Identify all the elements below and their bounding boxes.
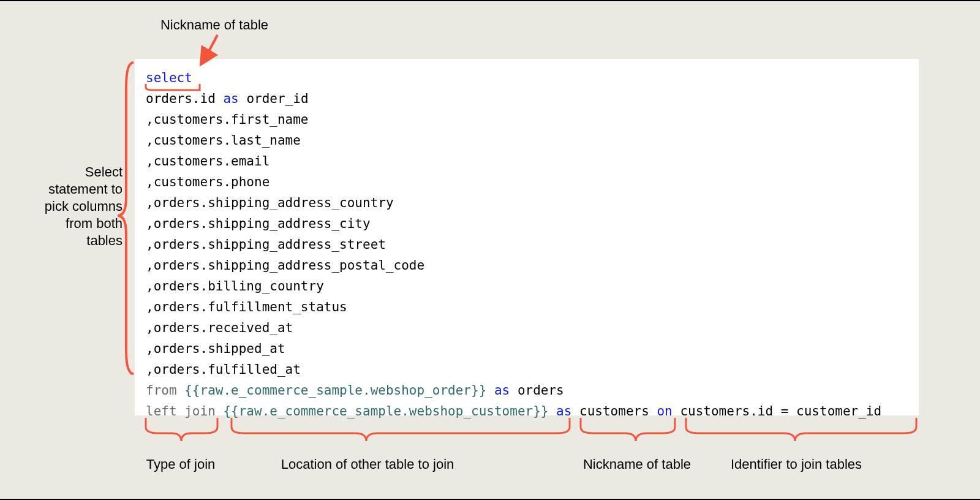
code-line-2b: order_id (239, 91, 309, 106)
code-line-3: ,customers.first_name (146, 112, 309, 127)
sql-code-block: select orders.id as order_id ,customers.… (135, 59, 919, 415)
kw-on: on (657, 404, 672, 419)
code-line-7: ,orders.shipping_address_country (146, 195, 394, 210)
alias-orders: orders (510, 383, 564, 398)
ref-orders-table: {{raw.e_commerce_sample.webshop_order}} (177, 383, 494, 398)
kw-as-1: as (223, 91, 238, 106)
annotation-location-table: Location of other table to join (245, 456, 490, 473)
code-line-5: ,customers.email (146, 154, 270, 169)
annotation-nickname-bottom: Nickname of table (576, 456, 698, 473)
alias-customers: customers (571, 404, 657, 419)
kw-as-2: as (494, 383, 510, 398)
code-line-14: ,orders.shipped_at (146, 341, 285, 356)
ref-customers-table: {{raw.e_commerce_sample.webshop_customer… (216, 404, 556, 419)
code-line-12: ,orders.fulfillment_status (146, 300, 347, 314)
kw-left-join: left join (146, 404, 216, 419)
code-line-8: ,orders.shipping_address_city (146, 216, 371, 231)
kw-select: select (146, 70, 192, 85)
code-line-15: ,orders.fulfilled_at (146, 362, 301, 377)
code-line-4: ,customers.last_name (146, 133, 301, 148)
code-line-6: ,customers.phone (146, 175, 270, 189)
annotation-identifier: Identifier to join tables (710, 456, 882, 473)
annotation-nickname-top: Nickname of table (147, 17, 282, 34)
kw-as-3: as (556, 404, 571, 419)
join-condition: customers.id = customer_id (673, 404, 881, 419)
code-line-9: ,orders.shipping_address_street (146, 237, 386, 252)
code-line-2a: orders.id (146, 91, 223, 106)
annotation-select-left: Select statement to pick columns from bo… (37, 164, 123, 249)
code-line-13: ,orders.received_at (146, 320, 293, 335)
code-line-10: ,orders.shipping_address_postal_code (146, 258, 424, 273)
annotation-type-of-join: Type of join (138, 456, 224, 473)
code-line-11: ,orders.billing_country (146, 279, 324, 294)
kw-from: from (146, 383, 177, 398)
